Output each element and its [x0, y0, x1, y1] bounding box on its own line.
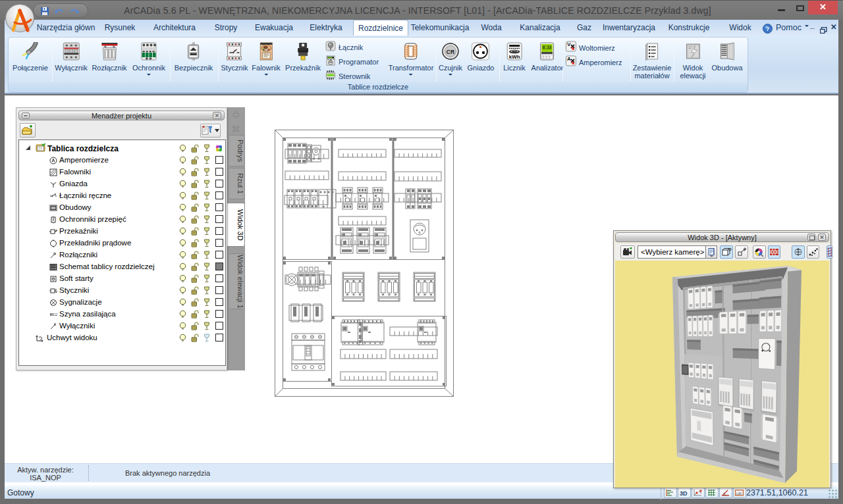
svg-text:kWh: kWh — [509, 54, 520, 60]
svg-text:8.33: 8.33 — [543, 45, 552, 50]
svg-text:A: A — [567, 56, 571, 62]
svg-text:V: V — [567, 41, 571, 47]
svg-text:12: 12 — [54, 313, 57, 316]
svg-text:?: ? — [766, 26, 770, 32]
svg-text:LW: LW — [736, 491, 742, 495]
svg-text:3D: 3D — [680, 490, 688, 497]
svg-text:CR: CR — [447, 49, 454, 55]
